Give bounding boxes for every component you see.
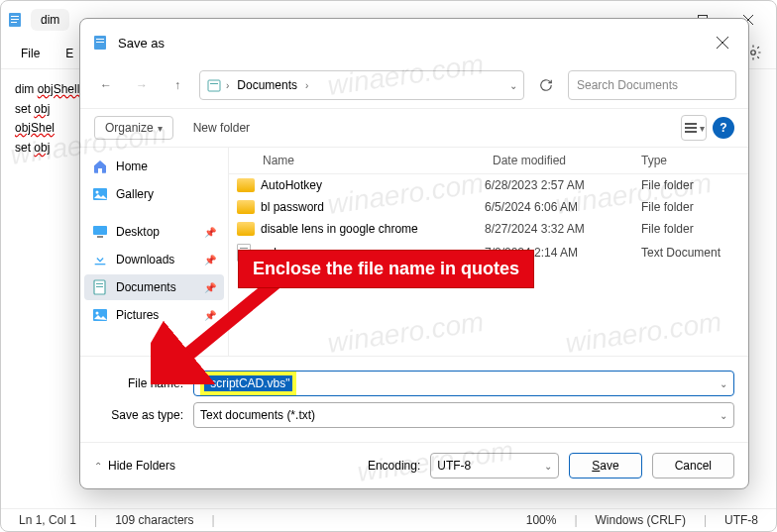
encoding-label: Encoding: <box>368 459 420 473</box>
svg-rect-15 <box>210 83 218 84</box>
pin-icon: 📌 <box>204 255 216 266</box>
nav-refresh-button[interactable] <box>532 71 560 99</box>
status-encoding: UTF-8 <box>715 513 768 527</box>
menu-file[interactable]: File <box>15 43 46 64</box>
downloads-icon <box>92 252 108 267</box>
svg-rect-2 <box>11 19 19 20</box>
sidebar-item-downloads[interactable]: Downloads📌 <box>84 247 224 272</box>
sidebar-item-gallery[interactable]: Gallery <box>84 181 224 207</box>
svg-rect-10 <box>96 39 104 40</box>
svg-rect-3 <box>11 22 17 23</box>
svg-rect-1 <box>11 16 19 17</box>
svg-rect-18 <box>685 131 697 133</box>
desktop-icon <box>92 224 108 240</box>
nav-forward-button[interactable]: → <box>128 71 156 99</box>
folder-icon <box>237 200 255 214</box>
hide-folders-button[interactable]: ⌃Hide Folders <box>94 459 175 473</box>
new-folder-button[interactable]: New folder <box>187 117 256 139</box>
home-icon <box>92 159 108 174</box>
dialog-title: Save as <box>118 36 165 51</box>
svg-rect-22 <box>97 236 103 238</box>
file-row[interactable]: disable lens in google chrome8/27/2024 3… <box>229 218 748 240</box>
search-placeholder: Search Documents <box>577 78 678 92</box>
search-input[interactable]: Search Documents <box>568 70 736 100</box>
svg-rect-14 <box>208 80 220 91</box>
column-type[interactable]: Type <box>641 154 740 167</box>
dialog-app-icon <box>92 35 108 51</box>
documents-icon <box>92 279 108 295</box>
saveastype-select[interactable]: Text documents (*.txt) ⌄ <box>193 402 734 428</box>
tab-title: dim <box>41 13 59 27</box>
organize-button[interactable]: Organize ▾ <box>94 116 173 140</box>
svg-rect-23 <box>95 264 106 265</box>
sidebar-item-home[interactable]: Home <box>84 154 224 179</box>
pictures-icon <box>92 307 108 323</box>
status-position: Ln 1, Col 1 <box>9 513 86 527</box>
cancel-button[interactable]: Cancel <box>652 453 734 479</box>
breadcrumb[interactable]: › Documents › ⌄ <box>199 70 524 100</box>
file-row[interactable]: bl password6/5/2024 6:06 AMFile folder <box>229 196 748 218</box>
dialog-toolbar: Organize ▾ New folder ▾ ? <box>80 108 748 148</box>
dialog-titlebar: Save as <box>80 19 748 66</box>
documents-icon <box>206 77 222 93</box>
gallery-icon <box>92 186 108 202</box>
file-list-header: Name Date modified Type <box>229 148 748 174</box>
svg-line-29 <box>168 279 279 371</box>
saveastype-label: Save as type: <box>94 408 183 422</box>
sidebar-item-desktop[interactable]: Desktop📌 <box>84 219 224 245</box>
column-date[interactable]: Date modified <box>493 154 641 167</box>
status-zoom: 100% <box>516 513 567 527</box>
menu-edit[interactable]: E <box>59 43 79 64</box>
encoding-select[interactable]: UTF-8⌄ <box>430 453 559 479</box>
annotation-callout: Enclose the file name in quotes <box>238 250 534 288</box>
breadcrumb-documents[interactable]: Documents <box>233 76 301 94</box>
dialog-nav: ← → ↑ › Documents › ⌄ Search Documents <box>80 66 748 108</box>
notepad-app-icon <box>7 12 23 28</box>
svg-rect-25 <box>96 283 103 284</box>
svg-rect-21 <box>93 226 107 235</box>
status-charcount: 109 characters <box>105 513 203 527</box>
column-name[interactable]: Name <box>237 154 493 167</box>
svg-rect-17 <box>685 127 697 129</box>
status-eol: Windows (CRLF) <box>586 513 696 527</box>
folder-icon <box>237 178 255 192</box>
pin-icon: 📌 <box>204 227 216 238</box>
svg-rect-16 <box>685 123 697 125</box>
view-mode-button[interactable]: ▾ <box>681 115 707 141</box>
notepad-statusbar: Ln 1, Col 1| 109 characters| 100%| Windo… <box>1 508 776 531</box>
svg-point-20 <box>96 191 99 194</box>
saveastype-value: Text documents (*.txt) <box>200 408 315 422</box>
file-row[interactable]: AutoHotkey6/28/2023 2:57 AMFile folder <box>229 174 748 196</box>
nav-back-button[interactable]: ← <box>92 71 120 99</box>
svg-point-8 <box>751 50 756 54</box>
svg-rect-26 <box>96 286 103 287</box>
svg-rect-11 <box>96 42 104 43</box>
help-button[interactable]: ? <box>713 117 734 139</box>
annotation-arrow <box>151 275 309 384</box>
dialog-close-button[interactable] <box>709 29 736 56</box>
save-button[interactable]: Save <box>569 453 641 479</box>
nav-up-button[interactable]: ↑ <box>164 71 191 99</box>
folder-icon <box>237 222 255 236</box>
svg-point-28 <box>96 312 99 315</box>
notepad-tab[interactable]: dim <box>31 9 69 31</box>
